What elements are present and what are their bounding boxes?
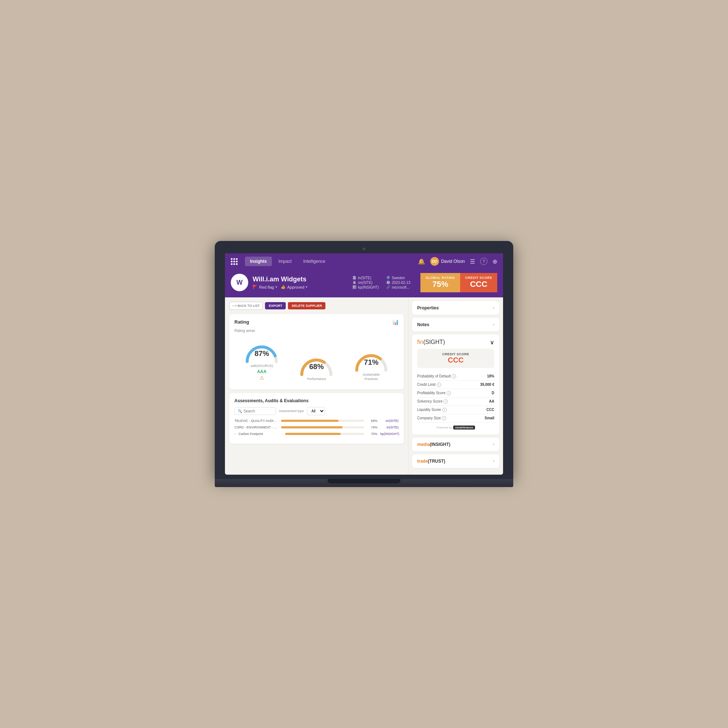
assessment-row-2: CSRD - ENVIRONMENT - CL... 74% in(SITE) xyxy=(234,425,399,429)
gauge-3-percent: 71% xyxy=(364,358,379,367)
gauge-sustainable: 71% Sustainable Practices xyxy=(353,350,390,381)
finsight-rest: (SIGHT) xyxy=(423,339,445,345)
meta-onsite: 📋 on(SITE) xyxy=(352,281,379,284)
metric-credit-limit-label: Credit Limit i xyxy=(417,382,441,387)
cs-value: CCC xyxy=(421,356,491,364)
notes-header[interactable]: Notes › xyxy=(412,318,499,332)
media-insight-header[interactable]: media(INSIGHT) › xyxy=(412,437,499,451)
powered-by-text: Powered by xyxy=(436,426,452,429)
back-arrow-icon: ‹ xyxy=(232,304,234,307)
logo-dot-8 xyxy=(233,263,235,265)
gauge-safesource: 87% safe(SOURCE) AAA ⚠ xyxy=(243,341,280,381)
metric-company-size-value: Small xyxy=(485,416,494,420)
filter-label: Assessment type xyxy=(279,409,304,413)
user-name: David Olson xyxy=(441,259,465,264)
redflag-chevron: ▾ xyxy=(275,285,277,289)
finsight-header[interactable]: fin(SIGHT) ∨ xyxy=(412,335,499,349)
redflag-label: Red flag xyxy=(259,285,274,289)
back-to-list-button[interactable]: ‹ < BACK TO LIST xyxy=(229,302,263,310)
info-icon-solvency[interactable]: i xyxy=(444,399,448,404)
info-icon-profitability[interactable]: i xyxy=(447,391,451,395)
media-insight-title: media(INSIGHT) xyxy=(417,442,450,447)
credit-score-value-header: CCC xyxy=(465,280,492,289)
assessment-3-bar-fill xyxy=(285,433,341,435)
properties-header[interactable]: Properties › xyxy=(412,301,499,315)
delete-supplier-button[interactable]: DELETE SUPPLIER xyxy=(288,302,326,309)
chart-icon: 📊 xyxy=(392,319,399,325)
menu-icon[interactable]: ☰ xyxy=(470,258,475,265)
metric-liquidity-value: CCC xyxy=(486,408,494,412)
metric-solvency-value: AA xyxy=(489,399,494,403)
nav-user: DO David Olson xyxy=(430,257,465,266)
credit-score-box-header: CREDIT SCORE CCC xyxy=(460,273,497,292)
clock-icon: 🕐 xyxy=(386,281,390,284)
media-insight-chevron-icon: › xyxy=(493,442,494,446)
expand-icon-3[interactable]: › xyxy=(234,432,236,436)
plus-icon[interactable]: ⊕ xyxy=(492,258,497,265)
trade-trust-section: trade(TRUST) › xyxy=(412,454,499,468)
meta-date: 🕐 2023-02-13 xyxy=(386,281,410,284)
meta-microsoft: 🔗 microsoft... xyxy=(386,285,410,289)
metric-credit-limit: Credit Limit i 39,000 € xyxy=(417,381,494,389)
help-icon[interactable]: ? xyxy=(480,258,487,265)
export-button[interactable]: EXPORT xyxy=(265,302,286,309)
gauge-1-label: safe(SOURCE) xyxy=(243,364,280,368)
rating-subtitle: Rating areas xyxy=(234,329,399,333)
search-box[interactable]: 🔍 xyxy=(234,407,276,415)
cs-label: CREDIT SCORE xyxy=(421,352,491,356)
flag-icon: 🚩 xyxy=(252,284,258,289)
media-insight-section: media(INSIGHT) › xyxy=(412,437,499,451)
global-rating-box: GLOBAL RATING 75% xyxy=(421,273,460,292)
notes-section: Notes › xyxy=(412,318,499,332)
finsight-chevron-icon: ∨ xyxy=(490,339,494,346)
action-bar: ‹ < BACK TO LIST EXPORT DELETE SUPPLIER xyxy=(229,302,404,310)
info-icon-probability[interactable]: i xyxy=(452,374,456,379)
meta-kpinsight: 📊 kp(INSIGHT) xyxy=(352,285,379,289)
rating-title-text: Rating xyxy=(234,319,249,325)
assessment-row-1: TELEVIC - QUALITY AUDIT - L... 69% on(SI… xyxy=(234,419,399,423)
credit-score-display: CREDIT SCORE CCC xyxy=(417,349,494,368)
logo-dot-3 xyxy=(236,258,238,260)
search-input[interactable] xyxy=(243,409,273,413)
tab-intelligence[interactable]: Intelligence xyxy=(298,257,330,266)
metric-profitability-value: D xyxy=(492,391,494,395)
bell-icon[interactable]: 🔔 xyxy=(418,258,425,265)
info-icon-credit-limit[interactable]: i xyxy=(437,382,441,387)
supplier-header: W Will.i.am Widgets 🚩 Red flag ▾ 👍 Appro… xyxy=(225,269,503,297)
supplier-initial: W xyxy=(237,279,243,286)
global-rating-label: GLOBAL RATING xyxy=(425,276,455,280)
assessment-2-bar-bg xyxy=(281,426,364,428)
redflag-badge[interactable]: 🚩 Red flag ▾ xyxy=(252,284,277,289)
metric-credit-limit-value: 39,000 € xyxy=(480,382,494,387)
top-nav: Insights Impact Intelligence 🔔 DO David … xyxy=(225,253,503,269)
assessment-2-source: in(SITE) xyxy=(380,425,399,429)
metric-liquidity-label: Liquidity Score i xyxy=(417,408,447,412)
meta-onsite-text: on(SITE) xyxy=(358,281,372,284)
main-content: ‹ < BACK TO LIST EXPORT DELETE SUPPLIER … xyxy=(225,297,503,475)
nav-tabs: Insights Impact Intelligence xyxy=(245,257,418,266)
supplier-info: Will.i.am Widgets 🚩 Red flag ▾ 👍 Approve… xyxy=(252,275,348,289)
approved-chevron: ▾ xyxy=(306,285,307,289)
logo-dot-1 xyxy=(231,258,232,260)
trade-trust-header[interactable]: trade(TRUST) › xyxy=(412,454,499,468)
supplier-scores: GLOBAL RATING 75% CREDIT SCORE CCC xyxy=(421,273,497,292)
meta-insite-text: in(SITE) xyxy=(358,276,371,280)
link-icon: 🔗 xyxy=(386,285,390,289)
screen-bezel: Insights Impact Intelligence 🔔 DO David … xyxy=(215,241,513,479)
assessment-type-select[interactable]: All xyxy=(307,407,325,415)
trade-text: trade xyxy=(417,459,428,464)
meta-insite: 📄 in(SITE) xyxy=(352,276,379,280)
left-panel: ‹ < BACK TO LIST EXPORT DELETE SUPPLIER … xyxy=(225,297,408,475)
logo-dot-9 xyxy=(236,263,238,265)
finsight-section: fin(SIGHT) ∨ CREDIT SCORE CCC P xyxy=(412,335,499,434)
tab-impact[interactable]: Impact xyxy=(273,257,297,266)
info-icon-company-size[interactable]: i xyxy=(442,416,446,421)
info-icon-liquidity[interactable]: i xyxy=(442,408,447,412)
approved-badge[interactable]: 👍 Approved ▾ xyxy=(281,284,307,289)
supplier-meta: 📄 in(SITE) 📋 on(SITE) 📊 kp(INSIGHT) xyxy=(352,276,379,289)
metric-probability-value: 18% xyxy=(487,374,494,378)
metric-company-size-label: Company Size i xyxy=(417,416,446,421)
notes-chevron-icon: › xyxy=(493,323,494,327)
tab-insights[interactable]: Insights xyxy=(245,257,272,266)
assessment-2-name: CSRD - ENVIRONMENT - CL... xyxy=(234,425,278,429)
